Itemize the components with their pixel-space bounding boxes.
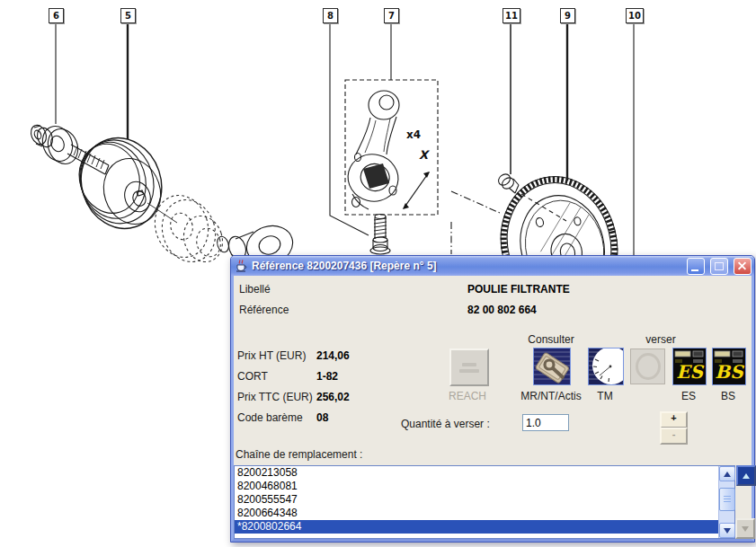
chain-rows: 8200213058 8200468081 8200555547 8200664… [235, 466, 719, 538]
prix-ttc-label: Prix TTC (EUR) [237, 391, 313, 403]
multiplier-note: x4 [406, 128, 421, 141]
libelle-label: Libellé [239, 283, 271, 296]
bs-catalog-icon: BS [713, 348, 745, 384]
chain-move-up-button[interactable] [736, 465, 756, 486]
list-item[interactable]: 8200555547 [235, 493, 719, 507]
reach-button[interactable] [449, 348, 489, 386]
callout-8[interactable]: 8 [323, 8, 338, 23]
java-cup-icon [234, 259, 248, 273]
reference-label: Référence [239, 304, 289, 316]
verser-header: verser [620, 333, 701, 346]
quantity-input[interactable] [522, 414, 569, 431]
es-catalog-icon: ES [673, 348, 706, 384]
cort-label: CORT [237, 370, 268, 383]
list-item[interactable]: 8200664348 [235, 507, 719, 520]
reference-value: 82 00 802 664 [467, 304, 537, 316]
prix-ht-value: 214,06 [316, 349, 350, 362]
quantity-label: Quantité à verser : [401, 418, 490, 430]
cort-value: 1-82 [316, 370, 338, 383]
dialog-titlebar[interactable]: Référence 8200207436 [Repère n° 5] [231, 256, 754, 276]
chain-move-down-button[interactable] [735, 518, 755, 539]
dimension-note: X [419, 148, 428, 162]
bs-button[interactable]: BS [712, 348, 746, 385]
chain-label: Chaîne de remplacement : [236, 448, 362, 461]
gauge-icon [589, 348, 623, 384]
es-letters: ES [676, 361, 704, 383]
callout-8-number: 8 [327, 11, 334, 21]
bs-letters: BS [715, 361, 744, 383]
callout-6-number: 6 [53, 11, 59, 21]
scroll-up-icon[interactable] [719, 466, 735, 481]
replacement-chain-list: 8200213058 8200468081 8200555547 8200664… [234, 465, 735, 539]
down-arrow-icon [742, 526, 749, 532]
maximize-icon[interactable] [710, 258, 728, 275]
prix-ht-label: Prix HT (EUR) [237, 349, 306, 362]
list-item[interactable]: 8200468081 [235, 480, 719, 493]
reach-label: REACH [440, 390, 494, 402]
disabled-catalog-button[interactable] [630, 348, 665, 384]
tm-label: TM [578, 390, 632, 402]
up-arrow-icon [743, 473, 750, 479]
callout-5[interactable]: 5 [120, 8, 136, 23]
scrollbar-thumb[interactable] [719, 488, 735, 511]
list-item[interactable]: 8200213058 [235, 466, 719, 480]
callout-9[interactable]: 9 [560, 8, 575, 23]
code-bareme-value: 08 [316, 411, 328, 424]
manual-wrench-icon [534, 348, 570, 384]
callout-11-number: 11 [505, 11, 518, 21]
quantity-minus-button[interactable]: - [660, 428, 688, 445]
callout-10-number: 10 [628, 11, 641, 21]
callout-10[interactable]: 10 [626, 8, 644, 23]
minimize-icon[interactable] [687, 258, 705, 275]
callout-7[interactable]: 7 [384, 8, 399, 23]
dialog-body: Libellé POULIE FILTRANTE Référence 82 00… [231, 276, 754, 542]
callout-5-number: 5 [125, 11, 131, 21]
bs-label: BS [701, 390, 755, 402]
callout-11[interactable]: 11 [503, 8, 520, 23]
close-icon[interactable] [734, 258, 752, 275]
scroll-down-icon[interactable] [719, 523, 735, 538]
quantity-plus-button[interactable]: + [660, 411, 688, 428]
es-button[interactable]: ES [672, 348, 707, 385]
callout-7-number: 7 [388, 11, 395, 21]
prix-ttc-value: 256,02 [316, 391, 350, 403]
ghost-ring-icon [636, 353, 661, 380]
parts-catalog-screen: 6 5 8 7 11 9 10 x4 X Référence 820020743… [0, 0, 756, 547]
callout-6[interactable]: 6 [49, 8, 64, 23]
list-item-selected[interactable]: *8200802664 [235, 520, 719, 534]
reference-dialog: Référence 8200207436 [Repère n° 5] Libel… [230, 255, 755, 543]
tm-button[interactable] [588, 348, 624, 385]
libelle-value: POULIE FILTRANTE [467, 283, 570, 296]
mrnt-actis-button[interactable] [533, 348, 571, 385]
dialog-title: Référence 8200207436 [Repère n° 5] [252, 260, 681, 272]
list-scrollbar[interactable] [718, 466, 734, 538]
callout-9-number: 9 [565, 11, 571, 21]
code-bareme-label: Code barème [237, 411, 303, 424]
consulter-header: Consulter [506, 333, 596, 346]
